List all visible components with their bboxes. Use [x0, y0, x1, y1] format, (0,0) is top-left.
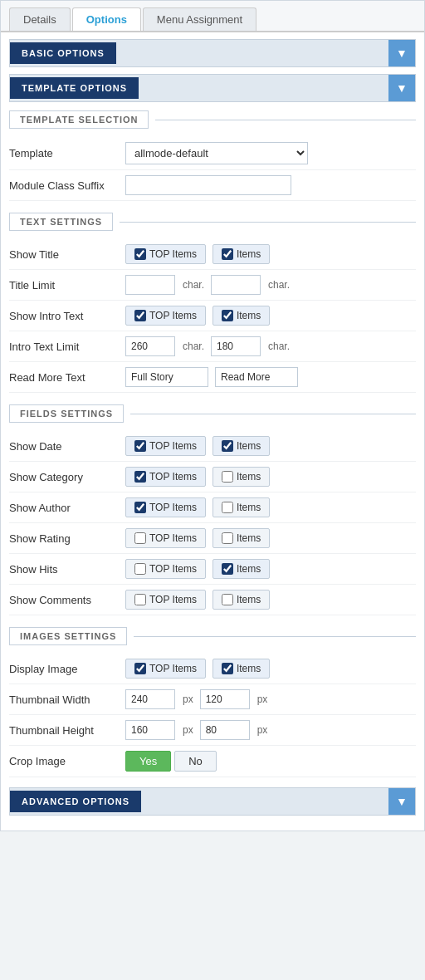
thumbnail-width-items-input[interactable]	[200, 689, 250, 709]
title-limit-top-unit: char.	[183, 279, 204, 291]
show-author-top-items[interactable]: TOP Items	[125, 497, 206, 517]
fields-settings-label: FIELDS SETTINGS	[9, 404, 124, 423]
show-author-items[interactable]: Items	[212, 497, 270, 517]
show-date-label: Show Date	[9, 440, 125, 453]
show-hits-row: Show Hits TOP Items Items	[9, 554, 416, 585]
show-comments-top-items[interactable]: TOP Items	[125, 590, 206, 610]
template-row: Template allmode-default default compact	[9, 137, 416, 170]
intro-text-limit-controls: char. char.	[125, 336, 290, 356]
read-more-text-controls	[125, 367, 298, 387]
display-image-items[interactable]: Items	[212, 659, 270, 679]
template-options-label: TEMPLATE OPTIONS	[10, 77, 139, 99]
thumbnail-height-top-input[interactable]	[125, 720, 175, 740]
crop-image-controls: Yes No	[125, 751, 217, 772]
thumbnail-width-top-input[interactable]	[125, 689, 175, 709]
basic-options-bar[interactable]: BASIC OPTIONS ▼	[9, 39, 416, 67]
intro-limit-top-unit: char.	[183, 341, 204, 352]
crop-image-yn-group: Yes No	[125, 751, 217, 772]
thumbnail-height-label: Thumbnail Height	[9, 724, 125, 737]
display-image-controls: TOP Items Items	[125, 659, 270, 679]
read-more-top-input[interactable]	[125, 367, 208, 387]
basic-options-toggle[interactable]: ▼	[388, 40, 415, 66]
display-image-top-items[interactable]: TOP Items	[125, 659, 206, 679]
show-title-controls: TOP Items Items	[125, 244, 270, 264]
module-class-suffix-row: Module Class Suffix	[9, 170, 416, 201]
read-more-text-label: Read More Text	[9, 371, 125, 384]
module-class-suffix-input[interactable]	[125, 175, 291, 195]
show-comments-label: Show Comments	[9, 594, 125, 606]
tab-details[interactable]: Details	[9, 7, 71, 31]
advanced-options-label: ADVANCED OPTIONS	[10, 791, 141, 812]
thumbnail-height-items-unit: px	[257, 724, 268, 736]
show-hits-top-items[interactable]: TOP Items	[125, 559, 206, 579]
show-hits-items[interactable]: Items	[212, 559, 270, 579]
show-rating-top-items[interactable]: TOP Items	[125, 528, 206, 548]
show-author-label: Show Author	[9, 502, 125, 514]
title-limit-row: Title Limit char. char.	[9, 270, 416, 301]
show-rating-controls: TOP Items Items	[125, 528, 270, 548]
images-settings-section: Display Image TOP Items Items Thumbnail …	[1, 650, 424, 781]
read-more-items-input[interactable]	[215, 367, 298, 387]
template-selection-header: TEMPLATE SELECTION	[9, 110, 416, 129]
read-more-text-row: Read More Text	[9, 362, 416, 393]
show-intro-top-items[interactable]: TOP Items	[125, 306, 206, 326]
show-category-top-items[interactable]: TOP Items	[125, 467, 206, 487]
intro-text-limit-label: Intro Text Limit	[9, 341, 125, 353]
show-intro-items[interactable]: Items	[212, 306, 270, 326]
text-settings-label: TEXT SETTINGS	[9, 213, 113, 231]
main-container: Details Options Menu Assignment BASIC OP…	[0, 0, 425, 831]
thumbnail-width-top-unit: px	[183, 693, 193, 705]
show-comments-row: Show Comments TOP Items Items	[9, 585, 416, 615]
fields-settings-header: FIELDS SETTINGS	[9, 404, 416, 423]
images-settings-line	[134, 636, 416, 637]
advanced-options-toggle[interactable]: ▼	[388, 788, 415, 815]
crop-image-row: Crop Image Yes No	[9, 746, 416, 777]
show-comments-controls: TOP Items Items	[125, 590, 270, 610]
template-options-toggle[interactable]: ▼	[388, 75, 415, 101]
images-settings-label: IMAGES SETTINGS	[9, 627, 127, 645]
thumbnail-height-items-input[interactable]	[200, 720, 250, 740]
fields-settings-section: Show Date TOP Items Items Show Category	[1, 428, 424, 619]
text-settings-header: TEXT SETTINGS	[9, 213, 416, 231]
template-selection-line	[155, 120, 416, 120]
tab-menu-assignment[interactable]: Menu Assignment	[143, 7, 256, 31]
crop-image-no-button[interactable]: No	[174, 751, 217, 772]
module-class-suffix-label: Module Class Suffix	[9, 179, 125, 192]
fields-settings-line	[130, 414, 416, 414]
intro-limit-items-unit: char.	[268, 341, 290, 352]
thumbnail-height-top-unit: px	[183, 724, 193, 736]
tab-options[interactable]: Options	[72, 7, 141, 31]
template-selection-label: TEMPLATE SELECTION	[9, 110, 149, 129]
thumbnail-width-controls: px px	[125, 689, 267, 709]
basic-options-label: BASIC OPTIONS	[10, 42, 116, 64]
show-title-items[interactable]: Items	[212, 244, 270, 264]
show-date-items[interactable]: Items	[212, 436, 270, 456]
thumbnail-width-row: Thumbnail Width px px	[9, 684, 416, 715]
show-comments-items[interactable]: Items	[212, 590, 270, 610]
show-category-items[interactable]: Items	[212, 467, 270, 487]
crop-image-yes-button[interactable]: Yes	[125, 751, 171, 772]
show-author-controls: TOP Items Items	[125, 497, 270, 517]
display-image-row: Display Image TOP Items Items	[9, 654, 416, 684]
title-limit-top-input[interactable]	[125, 275, 175, 295]
title-limit-items-input[interactable]	[211, 275, 261, 295]
display-image-label: Display Image	[9, 663, 125, 675]
intro-limit-items-input[interactable]	[211, 336, 261, 356]
show-intro-text-label: Show Intro Text	[9, 310, 125, 322]
content-area: BASIC OPTIONS ▼ TEMPLATE OPTIONS ▼ TEMPL…	[1, 39, 424, 831]
show-rating-items[interactable]: Items	[212, 528, 270, 548]
thumbnail-height-controls: px px	[125, 720, 267, 740]
template-options-bar[interactable]: TEMPLATE OPTIONS ▼	[9, 74, 416, 102]
show-hits-controls: TOP Items Items	[125, 559, 270, 579]
advanced-options-bar[interactable]: ADVANCED OPTIONS ▼	[9, 787, 416, 816]
show-rating-row: Show Rating TOP Items Items	[9, 523, 416, 554]
show-title-top-items[interactable]: TOP Items	[125, 244, 206, 264]
show-date-top-items[interactable]: TOP Items	[125, 436, 206, 456]
show-intro-text-controls: TOP Items Items	[125, 306, 270, 326]
show-category-label: Show Category	[9, 471, 125, 483]
template-select[interactable]: allmode-default default compact	[125, 142, 308, 164]
template-controls: allmode-default default compact	[125, 142, 308, 164]
intro-limit-top-input[interactable]	[125, 336, 175, 356]
show-title-row: Show Title TOP Items Items	[9, 239, 416, 270]
template-label: Template	[9, 147, 125, 159]
